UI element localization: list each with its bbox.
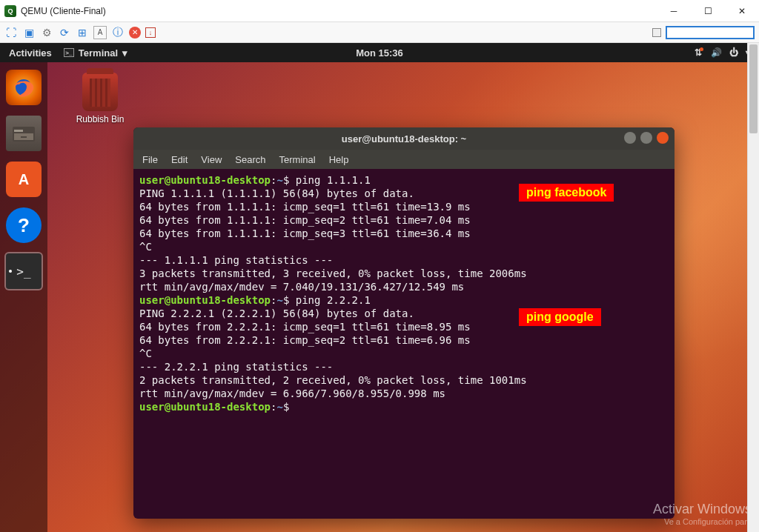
dock-terminal[interactable]: >_ [6,253,42,289]
terminal-titlebar[interactable]: user@ubuntu18-desktop: ~ [133,127,675,150]
network-icon: ⇅ [695,47,703,58]
keyboard-icon[interactable]: A [93,26,107,39]
toolbar-checkbox[interactable] [652,28,661,37]
volume-icon: 🔊 [711,47,722,58]
watermark-line2: Ve a Configuración para [653,517,752,526]
windows-icon[interactable]: ⊞ [76,26,89,39]
svg-rect-4 [21,136,27,138]
monitor-icon[interactable]: ⛶ [4,26,18,39]
minimize-button[interactable]: ─ [657,0,691,22]
trash-icon [82,73,118,111]
qemu-icon: Q [4,5,16,17]
capture-icon[interactable]: ↓ [145,27,156,38]
annotation-ping-google: ping google [519,308,601,326]
outer-scrollbar[interactable] [747,43,759,532]
fullscreen-icon[interactable]: ▣ [22,26,36,39]
info-icon[interactable]: ⓘ [111,26,125,39]
trash-label: Rubbish Bin [67,114,133,124]
terminal-menubar: File Edit View Search Terminal Help [133,150,675,169]
qemu-toolbar: ⛶ ▣ ⚙ ⟳ ⊞ A ⓘ ✕ ↓ [0,22,759,43]
app-menu-label: Terminal [79,47,118,59]
terminal-close-button[interactable] [657,132,669,144]
system-menu[interactable]: ⇅ 🔊 ⏻ ▾ [695,47,750,58]
vm-display: Activities >_ Terminal ▾ Mon 15:36 ⇅ 🔊 ⏻… [0,43,759,532]
app-menu[interactable]: >_ Terminal ▾ [64,47,127,59]
menu-help[interactable]: Help [329,154,349,165]
terminal-mini-icon: >_ [64,48,74,57]
activities-button[interactable]: Activities [9,47,52,59]
menu-view[interactable]: View [201,154,222,165]
terminal-title: user@ubuntu18-desktop: ~ [342,133,466,144]
terminal-minimize-button[interactable] [624,132,636,144]
watermark-line1: Activar Windows [653,502,752,517]
annotation-ping-facebook: ping facebook [519,184,614,202]
menu-terminal[interactable]: Terminal [279,154,316,165]
dock-software[interactable] [6,162,42,197]
menu-search[interactable]: Search [235,154,265,165]
menu-edit[interactable]: Edit [171,154,188,165]
dock-files[interactable] [6,116,42,151]
maximize-button[interactable]: ☐ [691,0,725,22]
window-title: QEMU (Cliente-Final) [21,6,106,16]
power-icon: ⏻ [729,47,738,58]
terminal-maximize-button[interactable] [640,132,652,144]
desktop-trash[interactable]: Rubbish Bin [67,73,133,124]
toolbar-search-input[interactable] [666,26,755,39]
window-titlebar: Q QEMU (Cliente-Final) ─ ☐ ✕ [0,0,759,22]
svg-rect-2 [14,130,23,132]
chevron-down-icon: ▾ [122,47,127,59]
dock-firefox[interactable] [6,70,42,105]
menu-file[interactable]: File [142,154,158,165]
dock-help[interactable]: ? [6,207,42,243]
terminal-body[interactable]: user@ubuntu18-desktop:~$ ping 1.1.1.1 PI… [133,169,675,519]
gear-icon[interactable]: ⚙ [40,26,53,39]
gnome-top-bar: Activities >_ Terminal ▾ Mon 15:36 ⇅ 🔊 ⏻… [0,43,759,62]
scrollbar-thumb[interactable] [749,44,758,133]
window-controls: ─ ☐ ✕ [657,0,759,22]
clock[interactable]: Mon 15:36 [356,47,403,59]
stop-icon[interactable]: ✕ [129,27,141,39]
ubuntu-dock: ? >_ [0,62,47,532]
refresh-icon[interactable]: ⟳ [58,26,71,39]
windows-activation-watermark: Activar Windows Ve a Configuración para [653,502,752,526]
close-button[interactable]: ✕ [725,0,759,22]
